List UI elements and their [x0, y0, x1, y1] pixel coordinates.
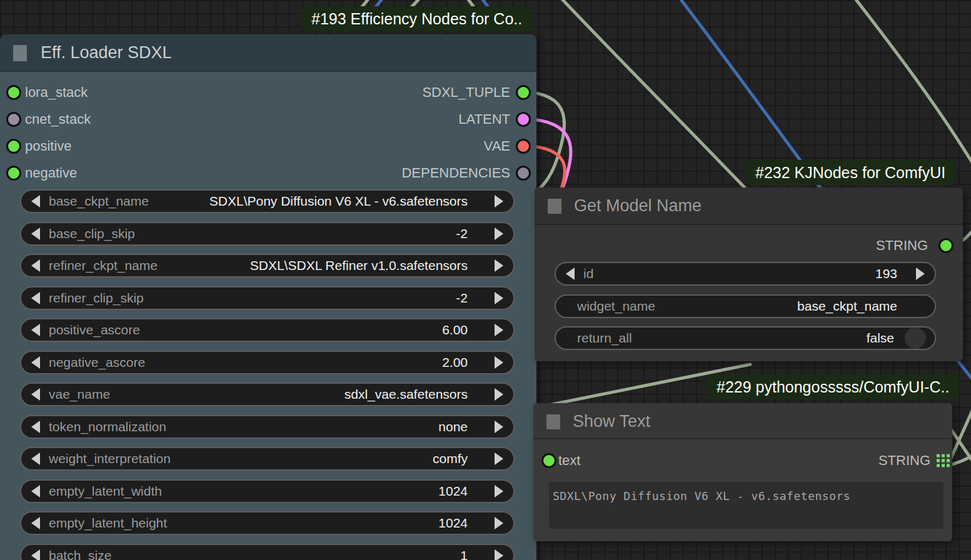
- widget-refiner-clip-skip[interactable]: refiner_clip_skip -2: [20, 286, 515, 310]
- collapse-icon[interactable]: [13, 45, 27, 61]
- widget-base-ckpt-name[interactable]: base_ckpt_name SDXL\Pony Diffusion V6 XL…: [20, 189, 515, 213]
- arrow-right-icon[interactable]: [495, 292, 503, 304]
- widget-return-all[interactable]: return_all false: [555, 326, 936, 350]
- widget-value: false: [867, 331, 894, 346]
- widget-weight-interpretation[interactable]: weight_interpretation comfy: [20, 447, 515, 471]
- widget-empty-latent-width[interactable]: empty_latent_width 1024: [20, 479, 515, 503]
- arrow-left-icon[interactable]: [31, 452, 40, 465]
- widget-refiner-ckpt-name[interactable]: refiner_ckpt_name SDXL\SDXL Refiner v1.0…: [20, 254, 515, 278]
- node-show-text[interactable]: Show Text text STRING SDXL\Pony Diffusio…: [533, 403, 952, 541]
- arrow-left-icon[interactable]: [31, 421, 40, 433]
- wire-sage-top: [554, 0, 760, 203]
- arrow-left-icon[interactable]: [31, 517, 40, 529]
- widget-label: widget_name: [577, 299, 655, 314]
- widget-widget-name[interactable]: widget_name base_ckpt_name: [555, 294, 936, 318]
- widget-value: base_ckpt_name: [797, 299, 897, 314]
- collapse-icon[interactable]: [548, 199, 561, 214]
- widget-label: base_clip_skip: [49, 226, 135, 241]
- widget-label: negative_ascore: [49, 355, 145, 370]
- widget-value: SDXL\SDXL Refiner v1.0.safetensors: [250, 258, 468, 273]
- output-port-string[interactable]: [938, 238, 953, 253]
- node-get-model-name[interactable]: Get Model Name STRING id 193 widget_name…: [535, 188, 963, 361]
- arrow-left-icon[interactable]: [566, 268, 575, 280]
- arrow-right-icon[interactable]: [495, 517, 503, 529]
- input-port-lora-stack[interactable]: [6, 85, 21, 100]
- node-eff-loader-sdxl[interactable]: Eff. Loader SDXL lora_stack SDXL_TUPLE c…: [0, 34, 536, 560]
- output-label: DEPENDENCIES: [401, 165, 510, 181]
- widget-value: 1024: [438, 484, 468, 499]
- input-port-negative[interactable]: [6, 166, 21, 181]
- node-title-bar[interactable]: Show Text: [533, 403, 952, 439]
- arrow-left-icon[interactable]: [31, 259, 40, 272]
- widget-value: none: [438, 419, 468, 434]
- widget-base-clip-skip[interactable]: base_clip_skip -2: [20, 222, 515, 246]
- widget-value: 2.00: [442, 355, 468, 370]
- input-label: positive: [25, 138, 72, 154]
- arrow-right-icon[interactable]: [495, 356, 503, 369]
- arrow-left-icon[interactable]: [31, 549, 40, 560]
- widget-value: 1024: [438, 516, 468, 531]
- arrow-left-icon[interactable]: [31, 324, 40, 336]
- widget-value: 193: [875, 266, 897, 281]
- wire-sage-top-right: [849, 0, 971, 178]
- input-port-positive[interactable]: [6, 139, 21, 154]
- input-label: text: [558, 452, 580, 469]
- collapse-icon[interactable]: [546, 414, 560, 429]
- arrow-left-icon[interactable]: [31, 292, 40, 304]
- widget-label: batch_size: [49, 548, 111, 560]
- widget-value: 1: [460, 548, 468, 560]
- node-title-bar[interactable]: Eff. Loader SDXL: [0, 34, 536, 72]
- arrow-right-icon[interactable]: [495, 324, 503, 336]
- arrow-right-icon[interactable]: [495, 452, 503, 465]
- widget-batch-size[interactable]: batch_size 1: [20, 544, 515, 560]
- arrow-left-icon[interactable]: [31, 485, 40, 498]
- arrow-left-icon[interactable]: [31, 388, 40, 401]
- output-port-sdxl-tuple[interactable]: [516, 85, 531, 100]
- arrow-right-icon[interactable]: [495, 259, 503, 272]
- arrow-right-icon[interactable]: [495, 549, 503, 560]
- arrow-right-icon[interactable]: [495, 388, 503, 401]
- node-title: Eff. Loader SDXL: [41, 34, 172, 71]
- output-label: STRING: [876, 238, 928, 254]
- widget-negative-ascore[interactable]: negative_ascore 2.00: [20, 351, 515, 374]
- grid-output-icon[interactable]: [937, 454, 950, 468]
- widget-empty-latent-height[interactable]: empty_latent_height 1024: [20, 511, 515, 535]
- show-text-output-area[interactable]: SDXL\Pony Diffusion V6 XL - v6.safetenso…: [549, 482, 943, 529]
- widget-label: empty_latent_width: [49, 484, 162, 499]
- widget-label: return_all: [577, 331, 632, 346]
- output-port-latent[interactable]: [516, 112, 531, 127]
- arrow-right-icon[interactable]: [495, 195, 503, 208]
- input-port-cnet-stack[interactable]: [6, 112, 21, 127]
- widget-value: sdxl_vae.safetensors: [345, 387, 468, 402]
- widget-value: SDXL\Pony Diffusion V6 XL - v6.safetenso…: [209, 194, 468, 209]
- output-port-vae[interactable]: [516, 139, 531, 154]
- widget-positive-ascore[interactable]: positive_ascore 6.00: [20, 318, 515, 342]
- input-port-text[interactable]: [541, 453, 556, 468]
- node-badge-229: #229 pythongosssss/ComfyUI-C..: [707, 374, 959, 399]
- output-label: SDXL_TUPLE: [422, 84, 510, 101]
- widget-id[interactable]: id 193: [555, 262, 936, 286]
- widget-value: 6.00: [442, 322, 468, 338]
- arrow-right-icon[interactable]: [495, 485, 503, 498]
- arrow-left-icon[interactable]: [31, 356, 40, 369]
- arrow-right-icon[interactable]: [916, 268, 925, 280]
- widget-label: base_ckpt_name: [49, 194, 149, 209]
- arrow-left-icon[interactable]: [31, 195, 40, 208]
- input-label: negative: [25, 165, 77, 181]
- arrow-right-icon[interactable]: [495, 228, 503, 240]
- output-label: LATENT: [458, 111, 510, 128]
- widget-label: weight_interpretation: [49, 451, 171, 466]
- widget-label: positive_ascore: [49, 322, 140, 338]
- widget-label: empty_latent_height: [49, 516, 167, 531]
- output-port-dependencies[interactable]: [516, 166, 531, 181]
- arrow-right-icon[interactable]: [495, 421, 503, 433]
- widget-value: comfy: [433, 451, 468, 466]
- node-title: Get Model Name: [574, 188, 702, 224]
- shown-text-value: SDXL\Pony Diffusion V6 XL - v6.safetenso…: [553, 489, 850, 502]
- arrow-left-icon[interactable]: [31, 228, 40, 240]
- node-title-bar[interactable]: Get Model Name: [535, 188, 963, 225]
- widget-token-normalization[interactable]: token_normalization none: [20, 415, 515, 439]
- boolean-toggle[interactable]: [905, 328, 926, 349]
- widget-vae-name[interactable]: vae_name sdxl_vae.safetensors: [20, 382, 515, 406]
- input-label: cnet_stack: [25, 111, 91, 128]
